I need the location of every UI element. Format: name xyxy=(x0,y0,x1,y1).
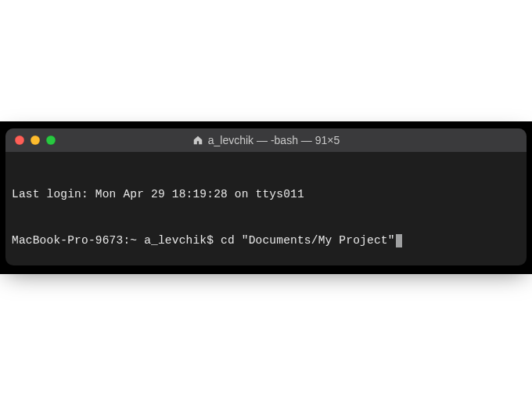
minimize-button[interactable] xyxy=(31,135,40,145)
window-title-text: a_levchik — -bash — 91×5 xyxy=(208,134,340,146)
last-login-line: Last login: Mon Apr 29 18:19:28 on ttys0… xyxy=(12,187,520,203)
terminal-body[interactable]: Last login: Mon Apr 29 18:19:28 on ttys0… xyxy=(5,152,527,265)
titlebar[interactable]: a_levchik — -bash — 91×5 xyxy=(5,128,527,152)
prompt-line: MacBook-Pro-9673:~ a_levchik$ cd "Docume… xyxy=(12,233,520,249)
stage: a_levchik — -bash — 91×5 Last login: Mon… xyxy=(0,0,532,408)
current-command[interactable]: cd "Documents/My Project" xyxy=(221,233,395,249)
title: a_levchik — -bash — 91×5 xyxy=(5,128,527,152)
maximize-button[interactable] xyxy=(46,135,56,145)
cursor xyxy=(396,234,402,247)
close-button[interactable] xyxy=(15,135,24,145)
terminal-window: a_levchik — -bash — 91×5 Last login: Mon… xyxy=(5,128,527,265)
home-icon xyxy=(192,135,203,146)
shell-prompt: MacBook-Pro-9673:~ a_levchik$ xyxy=(12,233,221,249)
window-controls xyxy=(5,135,56,145)
